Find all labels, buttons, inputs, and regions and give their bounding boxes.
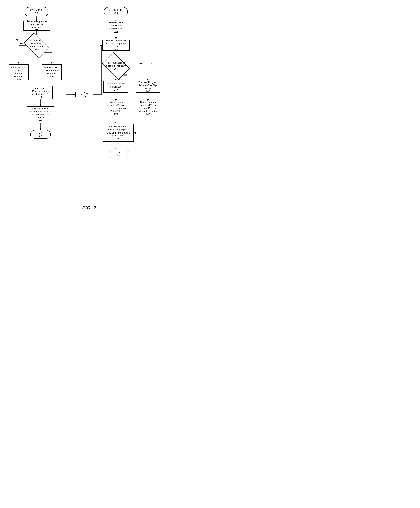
node-275: Initialize Program Counter (PC) for Secu…: [103, 102, 129, 115]
node-225: Load Secure Program Loader on Identified…: [29, 86, 52, 99]
svg-text:No: No: [139, 62, 142, 65]
node-205: Receive Request to Load Secure Program 2…: [23, 21, 50, 31]
decision-text-210: Secure Program Previously Interrupted? 2…: [26, 38, 47, 52]
node-215: Retrieve SPE Identifier Used to Run Secu…: [9, 64, 29, 80]
node-285: Reset Program Counter (PC) for Secured P…: [136, 102, 160, 115]
node-210: Secure Program Previously Interrupted? 2…: [26, 38, 47, 52]
node-280: Secured Program Restore (See Figs. 8-12)…: [136, 81, 160, 93]
node-290: Secured Program Executes Starting at PC,…: [103, 124, 134, 142]
node-270: Secured Program Initial Load 270: [103, 81, 128, 93]
node-230: Provide Identifier of Secured Program to…: [27, 106, 54, 123]
svg-text:Yes: Yes: [20, 42, 23, 45]
node-220: Identify SPE to Run Secure Program 220: [42, 64, 61, 80]
node-255: Secure Loader Loaded and Commences 255: [103, 22, 129, 32]
flowchart-diagram: Yes No 212 218 Yes No 268 278 O/S on PPE…: [5, 5, 173, 202]
program-id-box: 235 Program ID: [75, 92, 93, 97]
program-id-label: Program ID: [84, 92, 93, 97]
decision-text-265: First Invocation of Secured Program? 265: [104, 61, 128, 71]
figure-caption: FIG. 2: [5, 205, 173, 211]
node-265: First Invocation of Secured Program? 265: [104, 58, 128, 74]
program-id-number: 235: [77, 93, 83, 97]
node-295: End 295: [109, 150, 129, 158]
svg-text:212: 212: [16, 39, 20, 42]
node-260: Retrieve Identifier of Secured Program t…: [102, 40, 130, 51]
svg-text:278: 278: [149, 62, 153, 65]
node-240: End 240: [30, 130, 51, 139]
node-250: Identified SPE 250: [104, 7, 128, 16]
node-200: O/S on PPE 200: [25, 7, 48, 16]
